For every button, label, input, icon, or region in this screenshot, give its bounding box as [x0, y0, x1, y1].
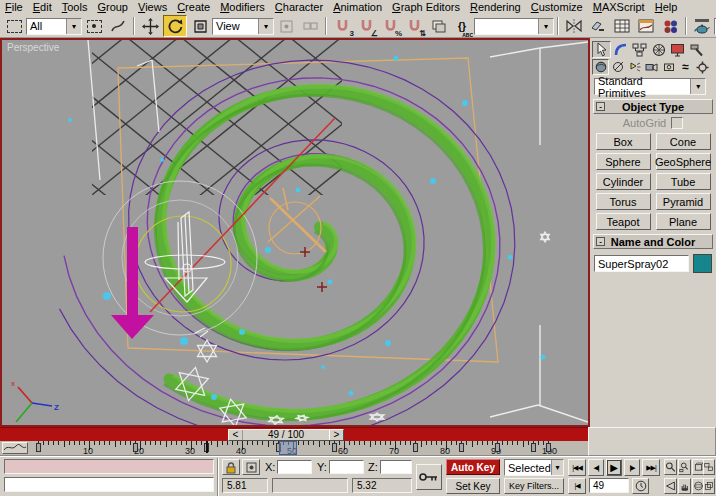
- menu-character[interactable]: Character: [270, 1, 328, 14]
- current-frame-field[interactable]: 49: [589, 478, 629, 493]
- coordinate-y-field[interactable]: [329, 460, 364, 474]
- current-frame-indicator[interactable]: [279, 441, 297, 455]
- snap-toggle-3d-icon[interactable]: 3: [331, 16, 353, 36]
- chevron-down-icon[interactable]: ▾: [551, 460, 563, 475]
- select-and-manipulate-icon[interactable]: [107, 16, 129, 36]
- menu-file[interactable]: File: [0, 1, 28, 14]
- menu-group[interactable]: Group: [92, 1, 133, 14]
- set-key-button[interactable]: Set Key: [446, 478, 500, 494]
- category-shapes[interactable]: [609, 59, 626, 75]
- zoom-all-button[interactable]: [678, 459, 691, 475]
- menu-maxscript[interactable]: MAXScript: [588, 1, 650, 14]
- previous-frame-arrow[interactable]: <: [229, 430, 243, 440]
- next-frame-button[interactable]: |▶: [624, 459, 640, 476]
- category-lights[interactable]: [626, 59, 643, 75]
- category-cameras[interactable]: [643, 59, 660, 75]
- reference-coordinate-combo[interactable]: View ▾: [212, 18, 274, 35]
- menu-animation[interactable]: Animation: [328, 1, 387, 14]
- set-keys-button[interactable]: [416, 464, 442, 490]
- object-type-rollout-header[interactable]: - Object Type: [593, 99, 713, 114]
- next-frame-arrow[interactable]: >: [329, 430, 343, 440]
- go-to-end-button[interactable]: ▶▶|: [642, 459, 660, 476]
- teapot-button[interactable]: Teapot: [596, 213, 651, 230]
- mirror-icon[interactable]: [563, 16, 585, 36]
- name-color-rollout-header[interactable]: - Name and Color: [593, 234, 713, 249]
- sphere-button[interactable]: Sphere: [596, 153, 651, 170]
- zoom-extents-all-button[interactable]: [703, 459, 715, 475]
- track-bar[interactable]: 102030405060708090100: [0, 441, 588, 456]
- time-slider[interactable]: < 49 / 100 >: [228, 429, 344, 441]
- named-selection-combo[interactable]: ▾: [474, 18, 554, 35]
- edit-named-selections-icon[interactable]: [427, 16, 449, 36]
- render-setup-icon[interactable]: [691, 16, 713, 36]
- time-slider-track[interactable]: < 49 / 100 >: [0, 427, 588, 441]
- use-selection-center-icon[interactable]: [299, 16, 321, 36]
- zoom-button[interactable]: [664, 459, 677, 475]
- tab-create[interactable]: [592, 41, 611, 58]
- chevron-down-icon[interactable]: ▾: [66, 19, 81, 34]
- tab-motion[interactable]: [649, 41, 668, 58]
- select-and-move-icon[interactable]: [139, 16, 161, 36]
- category-systems[interactable]: [694, 59, 711, 75]
- curve-editor-icon[interactable]: [635, 16, 657, 36]
- percent-snap-icon[interactable]: %: [379, 16, 401, 36]
- coordinate-z-field[interactable]: [380, 460, 412, 474]
- chevron-down-icon[interactable]: ▾: [258, 19, 273, 34]
- category-helpers[interactable]: [660, 59, 677, 75]
- object-color-swatch[interactable]: [693, 254, 712, 273]
- play-button[interactable]: ▶: [606, 459, 622, 476]
- keyframe-marker[interactable]: [495, 443, 500, 452]
- coordinate-x-field[interactable]: [277, 460, 312, 474]
- select-and-scale-icon[interactable]: [189, 16, 211, 36]
- tab-display[interactable]: [668, 41, 687, 58]
- tab-utilities[interactable]: [687, 41, 706, 58]
- select-and-rotate-icon[interactable]: [163, 15, 187, 37]
- pan-button[interactable]: [678, 478, 691, 494]
- select-by-region-icon[interactable]: [83, 16, 105, 36]
- chevron-down-icon[interactable]: ▾: [538, 19, 553, 34]
- keyframe-marker[interactable]: [413, 443, 418, 452]
- autogrid-checkbox[interactable]: [671, 117, 683, 129]
- selection-region-icon[interactable]: [3, 16, 25, 36]
- wind-helper[interactable]: [268, 188, 326, 254]
- maxscript-mini-listener-pink[interactable]: [4, 459, 214, 474]
- open-mini-curve-editor-icon[interactable]: [2, 442, 28, 454]
- keyframe-marker[interactable]: [36, 443, 41, 452]
- tube-button[interactable]: Tube: [656, 173, 711, 190]
- key-mode-toggle[interactable]: |◀: [568, 478, 586, 494]
- chevron-down-icon[interactable]: ▾: [690, 79, 705, 94]
- primitives-dropdown[interactable]: Standard Primitives ▾: [594, 78, 706, 95]
- keyframe-marker[interactable]: [332, 443, 337, 452]
- auto-key-button[interactable]: Auto Key: [446, 459, 500, 475]
- menu-modifiers[interactable]: Modifiers: [215, 1, 270, 14]
- material-editor-icon[interactable]: [659, 16, 681, 36]
- tab-hierarchy[interactable]: [630, 41, 649, 58]
- layer-manager-icon[interactable]: [611, 16, 633, 36]
- plane-button[interactable]: Plane: [656, 213, 711, 230]
- previous-frame-button[interactable]: ◀|: [588, 459, 604, 476]
- viewport-label[interactable]: Perspective: [7, 42, 59, 53]
- selection-filter-combo[interactable]: All ▾: [26, 18, 82, 35]
- keyframe-marker[interactable]: [459, 443, 464, 452]
- go-to-start-button[interactable]: |◀◀: [568, 459, 586, 476]
- menu-help[interactable]: Help: [650, 1, 683, 14]
- selection-lock-toggle[interactable]: [222, 459, 240, 475]
- object-name-field[interactable]: SuperSpray02: [594, 255, 689, 272]
- geosphere-button[interactable]: GeoSphere: [656, 153, 711, 170]
- menu-graph-editors[interactable]: Graph Editors: [387, 1, 465, 14]
- menu-create[interactable]: Create: [172, 1, 215, 14]
- angle-snap-icon[interactable]: ∠: [355, 16, 377, 36]
- maxscript-mini-listener-white[interactable]: [4, 477, 214, 492]
- tab-modify[interactable]: [611, 41, 630, 58]
- field-of-view-button[interactable]: [664, 478, 677, 494]
- keyframe-marker[interactable]: [531, 443, 536, 452]
- key-filters-button[interactable]: Key Filters...: [504, 478, 564, 494]
- cone-button[interactable]: Cone: [656, 133, 711, 150]
- key-filter-selected-combo[interactable]: Selected ▾: [504, 459, 564, 476]
- menu-rendering[interactable]: Rendering: [465, 1, 526, 14]
- time-configuration-button[interactable]: [632, 478, 649, 494]
- box-button[interactable]: Box: [596, 133, 651, 150]
- menu-tools[interactable]: Tools: [57, 1, 93, 14]
- keyframe-marker[interactable]: [133, 443, 138, 452]
- menu-views[interactable]: Views: [133, 1, 172, 14]
